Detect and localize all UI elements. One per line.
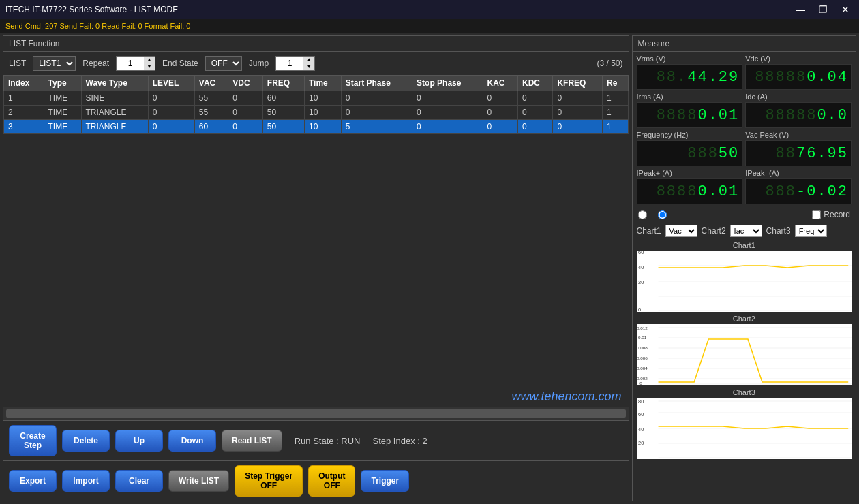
bottom-buttons2: Export Import Clear Write LIST Step Trig… [3, 460, 629, 501]
table-cell: 0 [148, 106, 194, 120]
chart1-select[interactable]: VacVdcFreq [665, 225, 697, 237]
clear-button[interactable]: Clear [115, 470, 163, 492]
measure-grid: Vrms (V) 88.44.29 Vdc (V) 888880.04 Irms… [633, 52, 856, 207]
chart3-select[interactable]: FreqVacIac [795, 225, 827, 237]
chart-selectors: Chart1 VacVdcFreq Chart2 IacIdcFreq Char… [633, 222, 856, 240]
right-panel: Measure Vrms (V) 88.44.29 Vdc (V) 888880… [632, 35, 856, 501]
col-start-phase: Start Phase [341, 76, 412, 91]
up-button[interactable]: Up [115, 430, 163, 452]
read-list-button[interactable]: Read LIST [222, 430, 282, 452]
trigger-button[interactable]: Trigger [361, 470, 409, 492]
radio-2[interactable] [658, 210, 667, 219]
table-row[interactable]: 2TIMETRIANGLE05505010000001 [4, 106, 629, 120]
svg-text:60: 60 [638, 251, 644, 255]
horizontal-scrollbar[interactable] [6, 409, 626, 418]
svg-text:20: 20 [638, 441, 644, 446]
ipeakm-label: IPeak- (A) [745, 169, 852, 177]
delete-button[interactable]: Delete [62, 430, 110, 452]
table-cell: 50 [262, 120, 304, 134]
repeat-up[interactable]: ▲ [144, 57, 155, 63]
col-kac: KAC [483, 76, 517, 91]
jump-down[interactable]: ▼ [303, 63, 314, 70]
table-cell: 0 [553, 106, 603, 120]
svg-text:0.012: 0.012 [637, 326, 648, 330]
end-state-select[interactable]: OFF ON [205, 56, 242, 71]
table-cell: TIME [44, 120, 81, 134]
chart3-title: Chart3 [637, 388, 852, 396]
table-cell: 0 [483, 120, 517, 134]
table-row[interactable]: 1TIMESINE05506010000001 [4, 91, 629, 106]
left-panel: LIST Function LIST LIST1 LIST2 LIST3 Rep… [3, 35, 629, 501]
col-kdc: KDC [517, 76, 552, 91]
table-body: 1TIMESINE055060100000012TIMETRIANGLE0550… [4, 91, 629, 134]
minimize-button[interactable]: — [792, 4, 809, 15]
chart2-title: Chart2 [637, 315, 852, 323]
vacpeak-display: 8876.95 [745, 140, 852, 166]
vrms-display: 88.44.29 [637, 64, 743, 90]
table-cell: 1 [603, 91, 629, 106]
radio-row: Record [633, 207, 856, 222]
col-re: Re [603, 76, 629, 91]
jump-input[interactable] [276, 59, 303, 68]
freq-label: Frequency (Hz) [637, 131, 743, 139]
chart2-label: Chart2 [702, 226, 726, 236]
chart2-select[interactable]: IacIdcFreq [730, 225, 762, 237]
repeat-down[interactable]: ▼ [144, 63, 155, 70]
output-button[interactable]: Output OFF [308, 465, 355, 497]
chart1-title: Chart1 [637, 241, 852, 249]
table-cell: 10 [304, 106, 341, 120]
table-cell: TIME [44, 106, 81, 120]
repeat-spinner[interactable]: ▲ ▼ [116, 56, 155, 71]
write-list-button[interactable]: Write LIST [168, 470, 229, 492]
table-row[interactable]: 3TIMETRIANGLE06005010500001 [4, 120, 629, 134]
chart1-label: Chart1 [637, 226, 661, 236]
col-index: Index [4, 76, 44, 91]
main-layout: LIST Function LIST LIST1 LIST2 LIST3 Rep… [0, 33, 859, 504]
chart3-label: Chart3 [766, 226, 791, 236]
vdc-cell: Vdc (V) 888880.04 [745, 54, 852, 90]
idc-label: Idc (A) [745, 93, 852, 101]
svg-text:40: 40 [638, 427, 644, 432]
step-trigger-button[interactable]: Step Trigger OFF [235, 465, 303, 497]
table-cell: SINE [81, 91, 148, 106]
table-cell: 60 [262, 91, 304, 106]
table-cell: 55 [194, 106, 228, 120]
freq-display: 88850 [637, 140, 743, 166]
radio-1[interactable] [638, 210, 647, 219]
jump-spinner[interactable]: ▲ ▼ [275, 56, 315, 71]
create-step-button[interactable]: Create Step [9, 425, 57, 456]
scroll-area[interactable] [3, 407, 629, 420]
record-checkbox[interactable] [812, 210, 821, 219]
table-cell: 0 [412, 120, 483, 134]
export-button[interactable]: Export [9, 470, 57, 492]
measure-header: Measure [633, 36, 856, 52]
svg-text:0.006: 0.006 [637, 356, 648, 360]
bottom-buttons: Create Step Delete Up Down Read LIST Run… [3, 420, 629, 460]
repeat-label: Repeat [82, 59, 109, 68]
table-cell: 0 [341, 106, 412, 120]
list-select[interactable]: LIST1 LIST2 LIST3 [33, 56, 76, 71]
col-level: LEVEL [148, 76, 194, 91]
ipeakm-cell: IPeak- (A) 888-0.02 [745, 169, 852, 204]
table-cell: 2 [4, 106, 44, 120]
repeat-input[interactable] [117, 59, 144, 68]
table-cell: 5 [341, 120, 412, 134]
svg-text:40: 40 [638, 265, 644, 270]
down-button[interactable]: Down [168, 430, 216, 452]
ipeakp-label: IPeak+ (A) [637, 169, 743, 177]
table-cell: 1 [603, 120, 629, 134]
jump-label: Jump [249, 59, 269, 68]
chart1-section: Chart1 60 40 20 0 [633, 240, 856, 313]
irms-cell: Irms (A) 88880.01 [637, 93, 743, 128]
table-cell: 0 [517, 91, 552, 106]
table-container: Index Type Wave Type LEVEL VAC VDC FREQ … [3, 75, 629, 387]
ipeakm-display: 888-0.02 [745, 178, 852, 204]
close-button[interactable]: ✕ [837, 4, 854, 15]
statusbar: Send Cmd: 207 Send Fail: 0 Read Fail: 0 … [0, 19, 859, 33]
list-table: Index Type Wave Type LEVEL VAC VDC FREQ … [3, 75, 629, 134]
jump-up[interactable]: ▲ [303, 57, 314, 63]
import-button[interactable]: Import [62, 470, 110, 492]
table-cell: 60 [194, 120, 228, 134]
count-label: (3 / 50) [597, 59, 623, 68]
restore-button[interactable]: ❐ [815, 4, 832, 15]
